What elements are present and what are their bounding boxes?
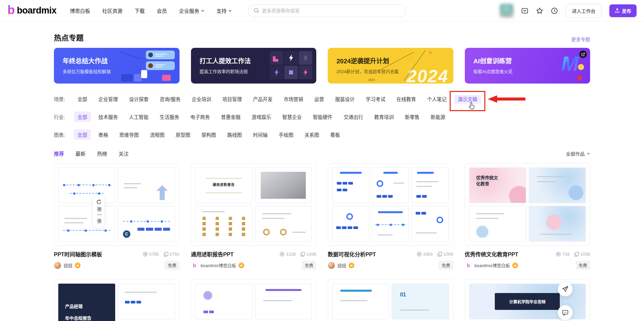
filter-chart-item[interactable]: 手绘图 — [275, 129, 297, 140]
filter-industry-item[interactable]: 智慧企业 — [279, 111, 305, 122]
template-thumbnail[interactable] — [191, 279, 317, 321]
filter-scene-item[interactable]: 产品开发 — [249, 94, 276, 104]
filter-scene-presentation[interactable]: 演示文稿 — [454, 95, 481, 104]
crown-badge-icon — [238, 262, 244, 268]
history-clock-icon[interactable] — [551, 7, 558, 14]
nav-community[interactable]: 社区资源 — [102, 7, 123, 14]
author-avatar[interactable] — [54, 262, 61, 269]
nav-download[interactable]: 下载 — [135, 7, 145, 14]
filter-scene-item[interactable]: 在线教育 — [393, 94, 420, 104]
filter-industry-item[interactable]: 智能硬件 — [309, 111, 336, 122]
filter-industry-item[interactable]: 新能源 — [427, 111, 449, 122]
author-avatar[interactable]: b — [191, 262, 198, 269]
filter-chart-item[interactable]: 看板 — [327, 129, 344, 140]
template-thumbnail[interactable]: 产品经理年中总结报告 — [54, 279, 180, 321]
decor-tiles — [270, 51, 312, 79]
user-avatar[interactable] — [500, 4, 514, 18]
banner-work-efficiency[interactable]: 打工人提效工作法 提高工作效率的职场法则 — [191, 48, 317, 84]
filter-scene-item[interactable]: 学习考试 — [362, 94, 389, 104]
filter-chart-item[interactable]: 思维导图 — [116, 129, 142, 140]
shuffle-button[interactable]: 换一换 — [93, 195, 104, 228]
views-icon — [556, 252, 561, 257]
filter-industry-item[interactable]: 电子商务 — [187, 111, 214, 122]
tab-recommended[interactable]: 推荐 — [54, 150, 64, 157]
price-badge: 免费 — [439, 261, 453, 270]
author-name[interactable]: boardmix博思白板 — [475, 262, 510, 268]
tab-trending[interactable]: 热榜 — [97, 150, 107, 157]
filter-chart-item[interactable]: 流程图 — [146, 129, 168, 140]
author-name[interactable]: 妞妞 — [64, 262, 72, 268]
filter-industry-item[interactable]: 教育培训 — [371, 111, 397, 122]
author-avatar[interactable] — [328, 262, 335, 269]
sort-dropdown[interactable]: 全部作品 — [566, 150, 590, 157]
paper-plane-icon — [562, 286, 569, 292]
template-thumbnail[interactable]: 01 02 — [328, 279, 453, 321]
filter-industry-item[interactable]: 技术服务 — [95, 111, 122, 122]
filter-scene-item[interactable]: 咨询/服务 — [156, 94, 184, 104]
boardmix-logo[interactable]: b boardmix — [7, 5, 57, 17]
template-stats: 1228 1436 — [280, 252, 316, 257]
nav-membership[interactable]: 会员 — [157, 7, 167, 14]
template-thumbnail[interactable]: 通用述职报告 — [191, 163, 317, 246]
template-title[interactable]: 通用述职报告PPT — [191, 250, 280, 258]
filter-industry-item[interactable]: 交通出行 — [340, 111, 367, 122]
filter-chart-item[interactable]: 架构图 — [198, 129, 220, 140]
filter-scene-item[interactable]: 市场营销 — [280, 94, 307, 104]
filter-industry-all[interactable]: 全部 — [74, 111, 91, 122]
lightning-icon — [303, 69, 308, 76]
chevron-down-icon — [587, 152, 590, 155]
filter-scene-item[interactable]: 运营 — [311, 94, 328, 104]
filter-chart-item[interactable]: 时间轴 — [249, 129, 271, 140]
filter-industry-item[interactable]: 游戏娱乐 — [248, 111, 275, 122]
filter-scene-item[interactable]: 项目管理 — [219, 94, 246, 104]
author-name[interactable]: 妞妞 — [337, 262, 346, 268]
filter-scene-presentation-wrap: 演示文稿 — [454, 95, 481, 102]
template-thumbnail[interactable]: 优秀传统文化教育 — [465, 163, 590, 246]
decor — [429, 51, 432, 54]
author-avatar[interactable]: b — [465, 262, 472, 269]
template-grid: C PPT时间轴图示模板 5785 2792 妞妞 免费 通用述职报告 — [54, 163, 590, 321]
filter-industry-item[interactable]: 人工智能 — [125, 111, 152, 122]
filter-scene-item[interactable]: 企业管理 — [95, 94, 122, 104]
filter-chart-all[interactable]: 全部 — [74, 129, 91, 140]
template-title[interactable]: 数据可视化分析PPT — [328, 250, 417, 258]
messages-icon[interactable] — [521, 7, 528, 14]
chat-support-button[interactable] — [558, 305, 573, 320]
template-card: 数据可视化分析PPT 3363 1059 妞妞 免费 — [328, 163, 453, 270]
filter-chart-item[interactable]: 路线图 — [224, 129, 246, 140]
publish-button[interactable]: 发布 — [609, 4, 637, 17]
copies-icon — [164, 252, 168, 257]
template-title[interactable]: 优秀传统文化教育PPT — [465, 250, 556, 258]
template-title[interactable]: PPT时间轴图示模板 — [54, 250, 143, 258]
banner-ai-camp[interactable]: AI创意训练营 探索AI点燃思维火花 M — [465, 48, 590, 84]
tab-following[interactable]: 关注 — [119, 150, 129, 157]
favorites-star-icon[interactable] — [536, 7, 543, 14]
nav-whiteboard[interactable]: 博思白板 — [70, 7, 90, 14]
filter-industry-item[interactable]: 普惠金融 — [217, 111, 244, 122]
tab-newest[interactable]: 最新 — [75, 150, 86, 157]
filter-industry-item[interactable]: 新零售 — [401, 111, 423, 122]
nav-support[interactable]: 支持 — [217, 7, 232, 14]
more-topics-link[interactable]: 更多专题 — [571, 36, 590, 42]
filter-chart-item[interactable]: 原型图 — [172, 129, 194, 140]
search-box[interactable] — [248, 4, 406, 17]
filter-row-scene: 场景: 全部 企业管理 设计探索 咨询/服务 企业培训 项目管理 产品开发 市场… — [54, 94, 590, 104]
filter-scene-item[interactable]: 企业培训 — [188, 94, 215, 104]
decor — [134, 74, 141, 82]
filter-scene-item[interactable]: 个人笔记 — [423, 94, 450, 104]
filter-scene-item[interactable]: 设计探索 — [125, 94, 152, 104]
template-thumbnail[interactable]: C — [54, 163, 180, 246]
enter-workspace-button[interactable]: 进入工作台 — [566, 4, 602, 18]
filter-industry-item[interactable]: 生活服务 — [156, 111, 183, 122]
filter-chart-item[interactable]: 表格 — [95, 129, 112, 140]
nav-enterprise[interactable]: 企业服务 — [179, 7, 204, 14]
feedback-send-button[interactable] — [558, 282, 573, 296]
filter-scene-all[interactable]: 全部 — [74, 94, 91, 104]
template-thumbnail[interactable] — [328, 163, 453, 246]
banner-2024-plan[interactable]: 2024逆袭提升计划 2024新计划，弯道超车技巧合集 2024 2023 — [328, 48, 453, 84]
filter-chart-item[interactable]: 关系图 — [301, 129, 323, 140]
search-input[interactable] — [262, 8, 400, 13]
filter-scene-item[interactable]: 服装设计 — [331, 94, 358, 104]
banner-year-end-summary[interactable]: 年终总结大作战 多岗位万能模板轻松解锁 — [54, 48, 180, 84]
author-name[interactable]: boardmix博思白板 — [201, 262, 236, 268]
